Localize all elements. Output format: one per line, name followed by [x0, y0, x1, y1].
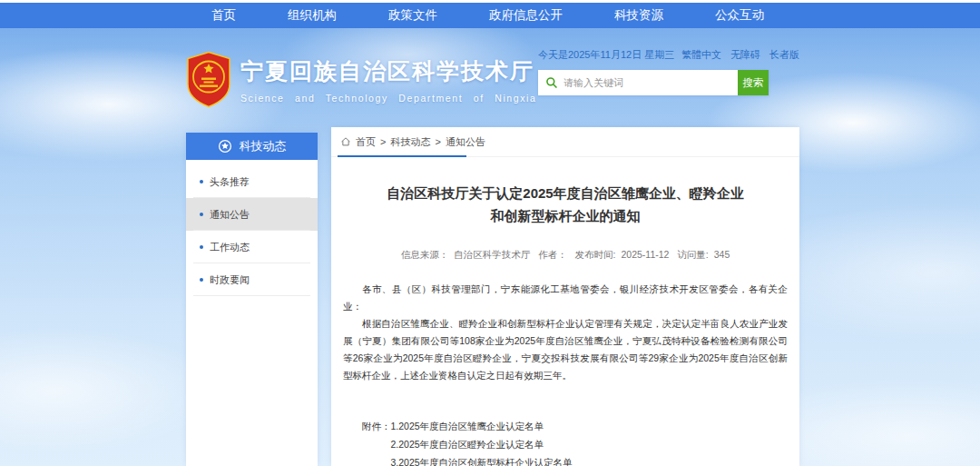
sidebar-item-label: 时政要闻	[210, 273, 250, 287]
breadcrumb-home[interactable]: 首页	[356, 135, 376, 149]
breadcrumb-sci-tech-news[interactable]: 科技动态	[390, 135, 430, 149]
meta-views: 345	[714, 249, 730, 260]
link-traditional-chinese[interactable]: 繁體中文	[681, 48, 721, 62]
search-icon	[545, 76, 558, 89]
sidebar: 科技动态 头条推荐 通知公告 工作动态 时政要闻	[186, 133, 318, 466]
breadcrumb-separator: >	[380, 136, 386, 147]
sidebar-item-label: 通知公告	[210, 208, 250, 222]
link-senior-version[interactable]: 长者版	[769, 48, 799, 62]
bullet-icon	[200, 213, 203, 216]
article-title-line2: 和创新型标杆企业的通知	[343, 204, 788, 227]
meta-author-label: 作者：	[538, 249, 567, 260]
meta-source: 自治区科学技术厅	[454, 249, 530, 260]
article-title-line1: 自治区科技厅关于认定2025年度自治区雏鹰企业、瞪羚企业	[343, 182, 788, 204]
header-quick-links: 繁體中文 无障碍 长者版	[681, 48, 799, 62]
breadcrumb-separator: >	[435, 136, 440, 147]
sidebar-item-current-politics[interactable]: 时政要闻	[186, 263, 318, 296]
site-subtitle: Science and Technology Department of Nin…	[240, 93, 536, 104]
main-content-panel: 首页 > 科技动态 > 通知公告 自治区科技厅关于认定2025年度自治区雏鹰企业…	[331, 127, 799, 466]
nav-item-public-interaction[interactable]: 公众互动	[715, 7, 764, 24]
attachments-label: 附件：	[362, 417, 391, 466]
nav-item-organization[interactable]: 组织机构	[288, 7, 337, 24]
search-button[interactable]: 搜索	[738, 70, 769, 95]
nav-item-sci-tech-resources[interactable]: 科技资源	[614, 7, 663, 24]
sidebar-item-headline-recommend[interactable]: 头条推荐	[186, 165, 318, 198]
meta-views-label: 访问量:	[677, 249, 708, 260]
sidebar-item-work-dynamics[interactable]: 工作动态	[186, 231, 318, 263]
header-right: 今天是2025年11月12日 星期三 繁體中文 无障碍 长者版 搜索	[538, 48, 799, 95]
article-title: 自治区科技厅关于认定2025年度自治区雏鹰企业、瞪羚企业 和创新型标杆企业的通知	[343, 182, 788, 227]
sci-tech-news-icon	[218, 139, 232, 154]
nav-item-gov-info-disclosure[interactable]: 政府信息公开	[489, 7, 563, 24]
attachments-block: 附件： 1.2025年度自治区雏鹰企业认定名单 2.2025年度自治区瞪羚企业认…	[362, 417, 788, 466]
article-paragraph: 根据自治区雏鹰企业、瞪羚企业和创新型标杆企业认定管理有关规定，决定认定半亩良人农…	[343, 315, 788, 384]
search-input[interactable]	[538, 70, 738, 95]
article-meta: 信息来源：自治区科学技术厅 作者： 发布时间:2025-11-12 访问量:34…	[343, 249, 788, 262]
search-bar: 搜索	[538, 70, 769, 95]
national-emblem-logo	[185, 51, 232, 108]
breadcrumb-notices[interactable]: 通知公告	[446, 135, 485, 149]
meta-publish-label: 发布时间:	[575, 249, 616, 260]
attachments-list: 1.2025年度自治区雏鹰企业认定名单 2.2025年度自治区瞪羚企业认定名单 …	[391, 417, 573, 466]
bullet-icon	[200, 278, 203, 282]
attachment-link-benchmark-list[interactable]: 3.2025年度自治区创新型标杆企业认定名单	[391, 453, 573, 466]
article: 自治区科技厅关于认定2025年度自治区雏鹰企业、瞪羚企业 和创新型标杆企业的通知…	[331, 182, 799, 466]
meta-publish-date: 2025-11-12	[621, 249, 669, 260]
attachment-link-gazelle-list[interactable]: 2.2025年度自治区瞪羚企业认定名单	[391, 435, 573, 453]
sidebar-menu: 头条推荐 通知公告 工作动态 时政要闻	[186, 160, 318, 296]
sidebar-header: 科技动态	[186, 133, 318, 160]
site-title: 宁夏回族自治区科学技术厅	[240, 56, 536, 86]
today-date-text: 今天是2025年11月12日 星期三	[538, 48, 674, 62]
breadcrumb-underline	[338, 155, 466, 157]
page: 首页 组织机构 政策文件 政府信息公开 科技资源 公众互动 宁夏回族自治区科学技…	[0, 0, 980, 466]
attachment-link-eagle-list[interactable]: 1.2025年度自治区雏鹰企业认定名单	[391, 417, 573, 435]
meta-source-label: 信息来源：	[401, 249, 449, 260]
site-title-block: 宁夏回族自治区科学技术厅 Science and Technology Depa…	[240, 56, 536, 104]
sidebar-item-label: 头条推荐	[210, 175, 250, 189]
nav-item-policy-documents[interactable]: 政策文件	[388, 7, 437, 24]
sidebar-item-label: 工作动态	[210, 241, 250, 254]
sidebar-title: 科技动态	[240, 138, 287, 154]
breadcrumb: 首页 > 科技动态 > 通知公告	[331, 127, 799, 157]
article-body: 各市、县（区）科技管理部门，宁东能源化工基地管委会，银川经济技术开发区管委会，各…	[343, 281, 788, 384]
top-navigation-bar: 首页 组织机构 政策文件 政府信息公开 科技资源 公众互动	[0, 0, 980, 28]
article-paragraph: 各市、县（区）科技管理部门，宁东能源化工基地管委会，银川经济技术开发区管委会，各…	[343, 281, 788, 315]
search-box	[538, 70, 738, 95]
link-accessibility[interactable]: 无障碍	[730, 48, 760, 62]
sidebar-item-notices[interactable]: 通知公告	[186, 198, 318, 231]
bullet-icon	[200, 180, 203, 183]
bullet-icon	[200, 245, 203, 249]
top-navigation-items: 首页 组织机构 政策文件 政府信息公开 科技资源 公众互动	[0, 3, 980, 28]
home-icon	[340, 136, 351, 147]
header-toprow: 今天是2025年11月12日 星期三 繁體中文 无障碍 长者版	[538, 48, 799, 62]
nav-item-home[interactable]: 首页	[211, 7, 236, 24]
